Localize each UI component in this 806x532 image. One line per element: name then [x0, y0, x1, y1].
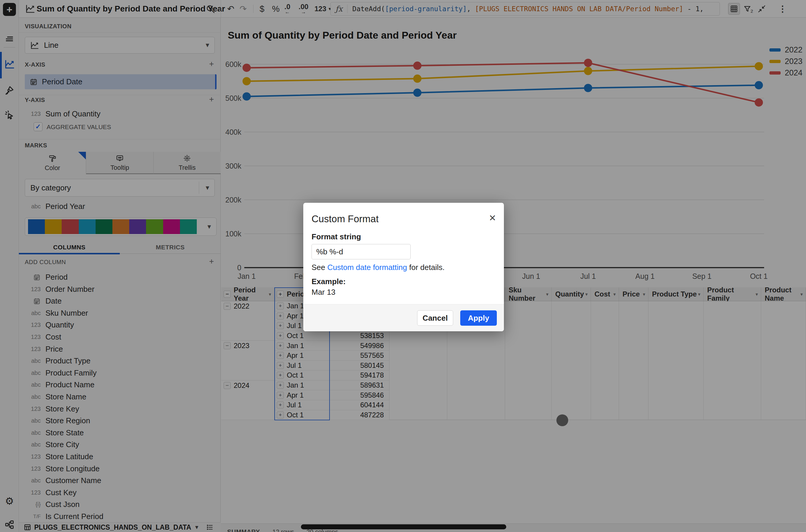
format-string-input[interactable]: [312, 244, 411, 259]
close-icon[interactable]: ✕: [489, 213, 496, 223]
cancel-button[interactable]: Cancel: [417, 310, 453, 326]
custom-date-formatting-link[interactable]: Custom date formatting: [328, 263, 407, 272]
custom-format-dialog: Custom Format ✕ Format string See Custom…: [303, 203, 504, 331]
dialog-footer: Cancel Apply: [303, 304, 504, 331]
apply-button[interactable]: Apply: [460, 310, 497, 326]
help-text: See Custom date formatting for details.: [312, 263, 445, 272]
example-label: Example:: [312, 277, 346, 286]
format-string-label: Format string: [312, 232, 361, 241]
example-value: Mar 13: [312, 288, 335, 297]
dialog-title: Custom Format: [312, 213, 379, 225]
workbook-app: + ⚙: [0, 0, 806, 532]
